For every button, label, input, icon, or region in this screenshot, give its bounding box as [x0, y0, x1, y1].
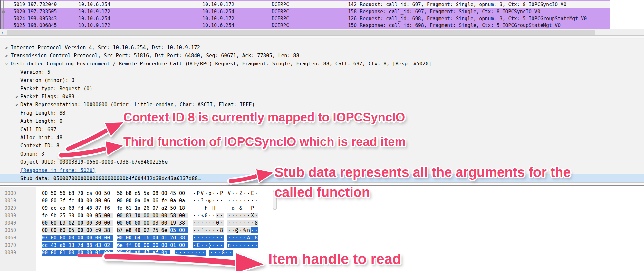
- hex-byte[interactable]: a2: [161, 205, 170, 211]
- hex-byte[interactable]: 45: [170, 190, 179, 196]
- hex-byte[interactable]: 00: [179, 190, 188, 196]
- ascii-char[interactable]: ·: [243, 220, 247, 226]
- hex-byte[interactable]: 6e: [117, 242, 126, 248]
- detail-row[interactable]: >Internet Protocol Version 4, Src: 10.10…: [0, 44, 644, 52]
- hex-byte[interactable]: 00: [161, 190, 170, 196]
- detail-row[interactable]: >Data Representation: 10000000 (Order: L…: [0, 101, 644, 109]
- ascii-char[interactable]: ·: [251, 220, 255, 226]
- ascii-char[interactable]: ·: [193, 227, 197, 233]
- pane-splitter-top[interactable]: [0, 35, 644, 39]
- ascii-char[interactable]: n: [247, 227, 251, 233]
- hex-byte[interactable]: 00: [42, 250, 51, 256]
- ascii-char[interactable]: h: [204, 205, 208, 211]
- hex-byte[interactable]: 02: [104, 242, 113, 248]
- hex-byte[interactable]: 50: [51, 190, 60, 196]
- ascii-char[interactable]: ·: [251, 242, 255, 248]
- hex-byte[interactable]: 04: [152, 235, 161, 241]
- ascii-char[interactable]: ·: [208, 205, 212, 211]
- ascii-char[interactable]: ·: [197, 198, 200, 204]
- hex-byte[interactable]: 00: [144, 220, 153, 226]
- ascii-char[interactable]: P: [220, 190, 224, 196]
- ascii-char[interactable]: ·: [204, 190, 208, 196]
- ascii-char[interactable]: ?: [200, 198, 204, 204]
- hex-byte[interactable]: af: [152, 250, 161, 256]
- hex-byte[interactable]: 00: [126, 198, 135, 204]
- hex-byte[interactable]: d3: [95, 242, 104, 248]
- hex-row[interactable]: 0070dc43a6137d88d3026eff000000000100·C··…: [0, 241, 387, 249]
- ascii-char[interactable]: ·: [200, 220, 204, 226]
- ascii-char[interactable]: ·: [235, 235, 239, 241]
- ascii-char[interactable]: ·: [200, 235, 204, 241]
- hex-byte[interactable]: 00: [77, 220, 86, 226]
- ascii-char[interactable]: ·: [247, 220, 251, 226]
- ascii-char[interactable]: ·: [243, 198, 247, 204]
- hex-byte[interactable]: b8: [69, 190, 78, 196]
- ascii-char[interactable]: ·: [235, 242, 239, 248]
- ascii-char[interactable]: ·: [216, 198, 220, 204]
- hex-byte[interactable]: 38: [104, 227, 113, 233]
- hex-byte[interactable]: 1a: [135, 205, 144, 211]
- hex-byte[interactable]: 00: [152, 213, 161, 218]
- ascii-char[interactable]: ·: [186, 250, 190, 256]
- hex-byte[interactable]: 00: [42, 198, 51, 204]
- hex-byte[interactable]: 9b: [51, 213, 60, 218]
- ascii-char[interactable]: ·: [231, 220, 235, 226]
- hex-byte[interactable]: 56: [117, 190, 126, 196]
- hex-byte[interactable]: 00: [161, 242, 170, 248]
- hex-byte[interactable]: 2d: [170, 235, 179, 241]
- hex-byte[interactable]: b7: [117, 227, 126, 233]
- packet-row[interactable]: 5020197.73350510.10.9.17210.10.6.254DCER…: [0, 8, 610, 15]
- ascii-char[interactable]: ·: [239, 227, 243, 233]
- ascii-char[interactable]: ·: [227, 205, 231, 211]
- ascii-char[interactable]: ·: [220, 198, 224, 204]
- ascii-char[interactable]: ·: [212, 198, 216, 204]
- hex-byte[interactable]: 00: [51, 235, 60, 241]
- ascii-char[interactable]: ·: [227, 198, 231, 204]
- hex-byte[interactable]: 0a: [170, 198, 179, 204]
- ascii-char[interactable]: ·: [220, 220, 224, 226]
- ascii-char[interactable]: ·: [193, 242, 197, 248]
- hex-byte[interactable]: 10: [135, 213, 144, 218]
- hex-byte[interactable]: 00: [144, 213, 153, 218]
- ascii-char[interactable]: ·: [239, 213, 243, 218]
- hex-byte[interactable]: 7d: [77, 242, 86, 248]
- ascii-char[interactable]: ·: [231, 198, 235, 204]
- ascii-char[interactable]: C: [197, 242, 200, 248]
- ascii-char[interactable]: ·: [239, 220, 243, 226]
- hex-byte[interactable]: 00: [60, 235, 69, 241]
- hex-byte[interactable]: 00: [86, 198, 95, 204]
- hex-byte[interactable]: 38: [179, 235, 188, 241]
- ascii-char[interactable]: ·: [194, 250, 198, 256]
- hex-byte[interactable]: 00: [152, 242, 161, 248]
- hex-byte[interactable]: e8: [126, 227, 135, 233]
- ascii-char[interactable]: ·: [204, 235, 208, 241]
- hex-byte[interactable]: ff: [126, 242, 135, 248]
- ascii-char[interactable]: G: [221, 250, 225, 256]
- ascii-char[interactable]: ·: [255, 198, 258, 204]
- ascii-char[interactable]: ·: [200, 242, 204, 248]
- hex-byte[interactable]: 0a: [135, 198, 144, 204]
- hex-byte[interactable]: 05: [95, 213, 104, 218]
- hex-byte[interactable]: a6: [60, 242, 69, 248]
- hex-byte[interactable]: 00: [95, 190, 104, 196]
- ascii-char[interactable]: P: [197, 190, 200, 196]
- ascii-char[interactable]: ·: [243, 235, 247, 241]
- detail-row[interactable]: Version (minor): 0: [0, 76, 644, 84]
- tree-expander-icon[interactable]: >: [3, 53, 11, 58]
- hex-byte[interactable]: 80: [51, 198, 60, 204]
- ascii-char[interactable]: ·: [212, 235, 216, 241]
- ascii-char[interactable]: ·: [204, 198, 208, 204]
- ascii-char[interactable]: ·: [227, 213, 231, 218]
- ascii-char[interactable]: %: [243, 227, 247, 233]
- hex-byte[interactable]: 00: [77, 213, 86, 218]
- ascii-char[interactable]: ·: [204, 227, 208, 233]
- hscrollbar-thumb[interactable]: [7, 30, 595, 35]
- hex-byte[interactable]: 00: [77, 235, 86, 241]
- hex-byte[interactable]: 00: [86, 220, 95, 226]
- hex-byte[interactable]: fe: [161, 198, 170, 204]
- hex-byte[interactable]: 43: [51, 242, 60, 248]
- ascii-char[interactable]: ·: [220, 205, 224, 211]
- hex-byte[interactable]: 00: [144, 242, 153, 248]
- hex-byte[interactable]: fc: [69, 198, 78, 204]
- hex-byte[interactable]: 00: [95, 235, 104, 241]
